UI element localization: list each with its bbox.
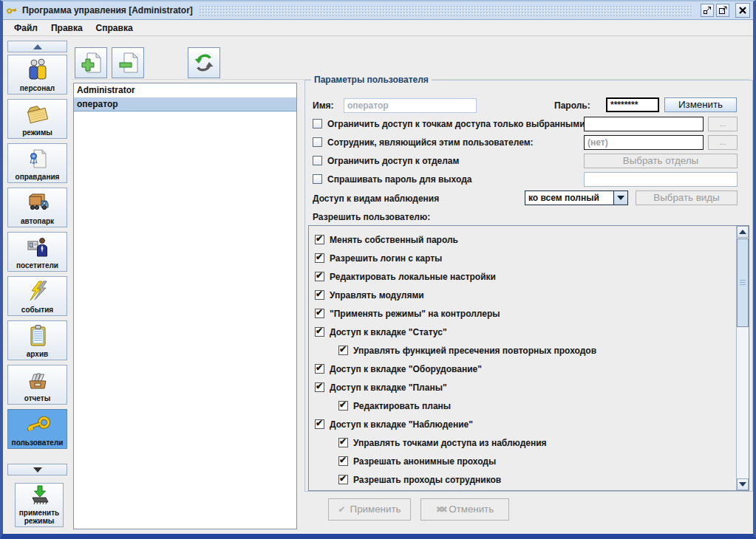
- ask-exit-password-label: Спрашивать пароль для выхода: [327, 174, 471, 185]
- minimize-button[interactable]: [701, 4, 714, 17]
- apply-check-icon: ✔: [338, 504, 346, 515]
- chevron-down-icon[interactable]: [613, 191, 627, 205]
- linked-employee-checkbox[interactable]: [313, 137, 322, 147]
- folder-icon: [24, 100, 51, 128]
- remove-user-button[interactable]: [112, 47, 144, 78]
- sidebar-item-excuses[interactable]: оправдания: [7, 143, 67, 183]
- panel-title: Параметры пользователя: [311, 75, 432, 85]
- menu-file[interactable]: Файл: [7, 21, 44, 35]
- permission-row[interactable]: Доступ к вкладке "Наблюдение": [315, 419, 473, 430]
- sidebar-item-reports[interactable]: отчеты: [7, 365, 67, 405]
- password-field[interactable]: [606, 97, 659, 112]
- name-field[interactable]: [344, 98, 477, 113]
- sidebar-item-visitors[interactable]: посетители: [7, 232, 67, 272]
- linked-employee-label: Сотрудник, являющийся этим пользователем…: [327, 137, 534, 148]
- scrollbar-thumb[interactable]: [737, 238, 749, 327]
- menu-help[interactable]: Справка: [89, 21, 140, 35]
- visitor-icon: [25, 233, 50, 261]
- menu-edit[interactable]: Правка: [44, 21, 89, 35]
- permission-checkbox: [315, 235, 324, 244]
- permission-row[interactable]: Разрешить логин с карты: [315, 253, 442, 264]
- ask-exit-password-checkbox[interactable]: [313, 174, 322, 184]
- minimize-icon: [702, 5, 712, 16]
- menu-bar: Файл Правка Справка: [3, 21, 753, 36]
- permissions-label: Разрешить пользователю:: [313, 212, 430, 222]
- change-password-button[interactable]: Изменить: [664, 97, 737, 112]
- sidebar-item-modes[interactable]: режимы: [7, 99, 67, 139]
- user-row-operator[interactable]: оператор: [74, 97, 296, 111]
- permission-row[interactable]: Управлять модулями: [315, 289, 424, 301]
- apply-modes-button[interactable]: применить режимы: [15, 483, 64, 527]
- sidebar-item-events[interactable]: события: [7, 276, 67, 316]
- password-label: Пароль:: [554, 100, 590, 111]
- refresh-button[interactable]: [188, 47, 220, 78]
- user-list: Administrator оператор: [73, 83, 297, 529]
- title-bar[interactable]: Программа управления [Administrator]: [3, 1, 753, 20]
- apply-button[interactable]: ✔Применить: [328, 498, 411, 521]
- user-params-panel: Параметры пользователя Имя: Пароль: Изме…: [304, 80, 753, 492]
- sidebar-scroll-down[interactable]: [7, 464, 67, 476]
- user-row-administrator[interactable]: Administrator: [74, 83, 296, 97]
- document-add-icon: [79, 50, 103, 75]
- permission-row[interactable]: Разрешать проходы сотрудников: [338, 474, 501, 486]
- titlebar-texture: [199, 5, 692, 16]
- permission-checkbox: [315, 290, 324, 300]
- clipboard-icon: [25, 321, 50, 350]
- permission-row[interactable]: "Применять режимы" на контроллеры: [315, 308, 500, 320]
- permission-checkbox: [338, 346, 348, 355]
- permission-checkbox: [315, 309, 324, 318]
- lightning-icon: [25, 277, 50, 306]
- close-button[interactable]: [735, 3, 750, 18]
- permission-row[interactable]: Доступ к вкладке "Оборудование": [315, 363, 482, 375]
- permission-checkbox: [315, 327, 324, 337]
- key-icon: [23, 410, 52, 439]
- view-access-label: Доступ к видам наблюдения: [313, 193, 439, 204]
- document-remove-icon: [116, 50, 140, 75]
- scrollbar-up-button[interactable]: [737, 226, 749, 238]
- sidebar-item-personnel[interactable]: персонал: [7, 55, 67, 95]
- linked-employee-field[interactable]: [584, 135, 704, 150]
- cardfile-icon: [25, 365, 50, 394]
- close-icon: [738, 5, 748, 16]
- select-departments-button[interactable]: Выбрать отделы: [584, 154, 738, 168]
- exit-password-field[interactable]: [584, 172, 738, 187]
- limit-departments-checkbox[interactable]: [313, 156, 322, 165]
- view-access-combobox[interactable]: ко всем полный: [525, 190, 628, 205]
- permission-row[interactable]: Управлять функцией пресечения повторных …: [338, 345, 596, 357]
- permission-row[interactable]: Управлять точками доступа из наблюдения: [338, 437, 547, 449]
- permission-row[interactable]: Менять собственный пароль: [315, 234, 458, 246]
- view-access-value: ко всем полный: [525, 191, 613, 205]
- cancel-button[interactable]: ✖✖ Отменить: [420, 498, 509, 521]
- permission-checkbox: [338, 475, 348, 484]
- permission-row[interactable]: Доступ к вкладке "Планы": [315, 382, 447, 394]
- maximize-button[interactable]: [716, 4, 729, 17]
- window-title: Программа управления [Administrator]: [22, 5, 193, 16]
- sidebar-scroll-up[interactable]: [7, 41, 67, 52]
- cancel-x-icon: ✖✖: [436, 504, 444, 515]
- permission-row[interactable]: Доступ к вкладке "Статус": [315, 326, 447, 338]
- sidebar-item-fleet[interactable]: автопарк: [7, 188, 67, 227]
- limit-access-points-checkbox[interactable]: [313, 119, 322, 128]
- limit-access-points-label: Ограничить доступ к точкам доступа тольк…: [327, 119, 585, 129]
- permission-checkbox: [315, 253, 324, 263]
- access-points-field[interactable]: [584, 117, 704, 131]
- refresh-icon: [191, 50, 217, 75]
- select-views-button[interactable]: Выбрать виды: [636, 190, 738, 205]
- permission-checkbox: [315, 382, 324, 392]
- permission-checkbox: [315, 272, 324, 281]
- name-label: Имя:: [313, 100, 334, 111]
- permission-checkbox: [338, 401, 348, 411]
- permission-row[interactable]: Редактировать локальные настройки: [315, 271, 496, 283]
- maximize-icon: [718, 5, 728, 16]
- sidebar-item-archive[interactable]: архив: [7, 320, 67, 360]
- permission-row[interactable]: Редактировать планы: [338, 400, 451, 412]
- certificate-icon: [25, 144, 50, 173]
- access-points-ellipsis-button[interactable]: ...: [708, 117, 738, 131]
- add-user-button[interactable]: [75, 47, 107, 78]
- sidebar-item-users[interactable]: пользователи: [7, 409, 67, 449]
- permission-row[interactable]: Разрешать анонимные проходы: [338, 456, 496, 467]
- linked-employee-ellipsis-button[interactable]: ...: [708, 135, 738, 150]
- permissions-scrollbar[interactable]: [736, 226, 749, 490]
- scrollbar-down-button[interactable]: [737, 478, 749, 490]
- app-key-icon: [6, 4, 18, 16]
